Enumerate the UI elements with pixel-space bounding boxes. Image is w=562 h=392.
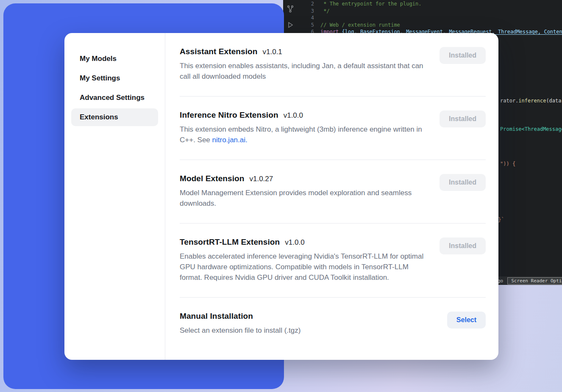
- extension-title: Inference Nitro Extension: [180, 110, 278, 120]
- nitro-link[interactable]: nitro.jan.ai.: [212, 136, 248, 144]
- extension-version: v1.0.0: [284, 111, 303, 120]
- sidebar-item-my-settings[interactable]: My Settings: [71, 69, 158, 87]
- screen-reader-badge[interactable]: Screen Reader Optimized: [507, 277, 562, 284]
- extension-row: TensortRT-LLM Extension v1.0.0 Enables a…: [180, 223, 486, 297]
- extension-version: v1.0.27: [249, 175, 273, 183]
- installed-button[interactable]: Installed: [440, 174, 486, 191]
- sidebar-item-advanced-settings[interactable]: Advanced Settings: [71, 89, 158, 107]
- extension-row: Manual Installation Select an extension …: [180, 297, 486, 350]
- line-number: 3: [283, 8, 314, 15]
- extension-description: This extension embeds Nitro, a lightweig…: [180, 124, 428, 145]
- extension-row: Model Extension v1.0.27 Model Management…: [180, 160, 486, 223]
- code-line-text: */: [314, 8, 330, 15]
- extension-title: TensortRT-LLM Extension: [180, 237, 280, 247]
- line-number: 5: [283, 22, 314, 29]
- extension-title: Manual Installation: [180, 312, 253, 321]
- extension-description: Model Management Extension provides mode…: [180, 188, 428, 209]
- installed-button[interactable]: Installed: [440, 47, 486, 64]
- code-fragment: ")) {: [500, 160, 515, 167]
- extension-version: v1.0.0: [285, 238, 304, 247]
- extension-version: v1.0.1: [263, 48, 282, 56]
- extensions-list: Assistant Extension v1.0.1 This extensio…: [165, 33, 498, 360]
- sidebar-item-my-models[interactable]: My Models: [71, 50, 158, 68]
- extension-info: Inference Nitro Extension v1.0.0 This ex…: [180, 110, 431, 145]
- installed-button[interactable]: Installed: [440, 110, 486, 127]
- code-line: 2 * The entrypoint for the plugin.: [283, 0, 562, 8]
- code-line: 4: [283, 14, 562, 22]
- extension-title: Assistant Extension: [180, 47, 258, 56]
- settings-sidebar: My Models My Settings Advanced Settings …: [64, 33, 165, 360]
- extension-title: Model Extension: [180, 174, 244, 183]
- extension-info: Assistant Extension v1.0.1 This extensio…: [180, 47, 431, 82]
- installed-button[interactable]: Installed: [440, 237, 486, 254]
- select-button[interactable]: Select: [447, 312, 486, 329]
- extension-info: Model Extension v1.0.27 Model Management…: [180, 174, 431, 209]
- code-line: 3 */: [283, 8, 562, 15]
- code-line-text: [314, 14, 320, 22]
- extension-description: Select an extension file to install (.tg…: [180, 325, 428, 336]
- code-fragment: rator.inference(data));: [500, 97, 562, 104]
- extension-info: TensortRT-LLM Extension v1.0.0 Enables a…: [180, 237, 431, 283]
- line-number: 4: [283, 14, 314, 22]
- code-fragment: Promise<ThreadMessage>: [500, 126, 562, 133]
- code-line-text: // Web / extension runtime: [314, 22, 400, 29]
- code-lines: 2 * The entrypoint for the plugin. 3 */ …: [283, 0, 562, 36]
- extension-description: This extension enables assistants, inclu…: [180, 61, 428, 82]
- line-number: 2: [283, 0, 314, 8]
- extension-row: Assistant Extension v1.0.1 This extensio…: [180, 33, 486, 96]
- extension-info: Manual Installation Select an extension …: [180, 312, 439, 336]
- code-line-text: * The entrypoint for the plugin.: [314, 0, 421, 8]
- sidebar-item-extensions[interactable]: Extensions: [71, 108, 158, 126]
- extension-row: Inference Nitro Extension v1.0.0 This ex…: [180, 96, 486, 160]
- code-line: 5 // Web / extension runtime: [283, 22, 562, 29]
- extension-description: Enables accelerated inference leveraging…: [180, 251, 428, 283]
- settings-modal: My Models My Settings Advanced Settings …: [64, 33, 498, 360]
